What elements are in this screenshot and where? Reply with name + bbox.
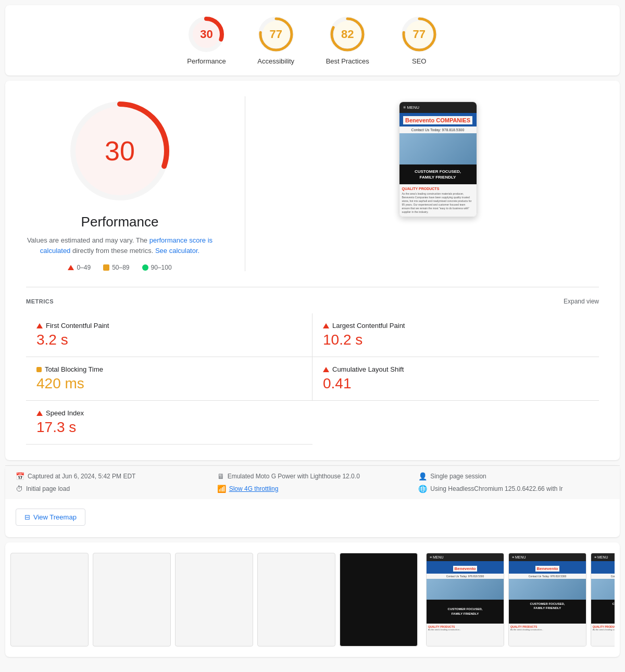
filmstrip-frame-3 bbox=[175, 553, 253, 646]
monitor-icon: 🖥 bbox=[217, 472, 224, 480]
mini-img-1 bbox=[427, 579, 504, 600]
metrics-grid: First Contentful Paint 3.2 s Largest Con… bbox=[26, 313, 599, 445]
accessibility-score: 77 bbox=[269, 28, 282, 41]
score-seo[interactable]: 77 SEO bbox=[401, 16, 438, 65]
seo-label: SEO bbox=[412, 57, 426, 65]
treemap-icon: ⊟ bbox=[24, 513, 30, 521]
legend-orange: 50–89 bbox=[103, 264, 129, 271]
vertical-divider bbox=[245, 96, 245, 271]
performance-circle: 30 bbox=[188, 16, 225, 53]
mini-banner-text-1: CUSTOMER FOCUSED,FAMILY FRIENDLY bbox=[429, 607, 502, 616]
metric-fcp-name: First Contentful Paint bbox=[46, 322, 109, 329]
filmstrip-frame-4 bbox=[257, 553, 335, 646]
mini-img-2 bbox=[509, 579, 586, 600]
red-triangle-icon bbox=[323, 323, 329, 328]
metric-fcp: First Contentful Paint 3.2 s bbox=[26, 313, 312, 357]
mini-contact-1: Contact Us Today: 978.818.5300 bbox=[427, 574, 504, 579]
score-performance[interactable]: 30 Performance bbox=[187, 16, 226, 65]
mini-logo-2: Benevento bbox=[535, 566, 560, 572]
metric-tbt-value: 420 ms bbox=[36, 375, 302, 392]
legend-orange-label: 50–89 bbox=[112, 264, 129, 271]
metric-lcp-label-row: Largest Contentful Paint bbox=[323, 322, 589, 329]
gauge-section: 30 Performance Values are estimated and … bbox=[26, 96, 214, 271]
mini-quality-2: QUALITY PRODUCTS As the area's leading c… bbox=[509, 624, 586, 646]
mini-banner-2: CUSTOMER FOCUSED,FAMILY FRIENDLY bbox=[509, 600, 586, 624]
info-bar: 📅 Captured at Jun 6, 2024, 5:42 PM EDT 🖥… bbox=[5, 465, 620, 499]
view-treemap-button[interactable]: ⊟ View Treemap bbox=[16, 509, 85, 526]
mini-quality-text-2: As the area's leading construction... bbox=[510, 628, 584, 631]
orange-square-icon bbox=[103, 264, 109, 271]
device-screenshot-section: ≡ MENU Benevento COMPANIES Contact Us To… bbox=[277, 96, 599, 217]
device-contact: Contact Us Today: 978.818.5300 bbox=[399, 126, 477, 133]
metric-empty bbox=[312, 401, 599, 445]
metric-si-value: 17.3 s bbox=[36, 419, 302, 436]
metric-fcp-label-row: First Contentful Paint bbox=[36, 322, 302, 329]
throttling-text[interactable]: Slow 4G throttling bbox=[229, 485, 279, 492]
banner-line2: FAMILY FRIENDLY bbox=[404, 174, 472, 180]
main-panel: 30 Performance Values are estimated and … bbox=[5, 81, 620, 460]
metric-tbt: Total Blocking Time 420 ms bbox=[26, 357, 312, 401]
browser-text: Using HeadlessChromium 125.0.6422.66 wit… bbox=[430, 485, 562, 492]
performance-title: Performance bbox=[81, 214, 159, 230]
wifi-icon: 📶 bbox=[217, 485, 226, 493]
info-panel: 📅 Captured at Jun 6, 2024, 5:42 PM EDT 🖥… bbox=[5, 465, 620, 537]
mini-nav-1: ≡ MENU bbox=[427, 553, 504, 561]
metrics-title: METRICS bbox=[26, 298, 54, 305]
info-device: 🖥 Emulated Moto G Power with Lighthouse … bbox=[217, 472, 408, 480]
person-icon: 👤 bbox=[418, 472, 427, 480]
scores-bar: 30 Performance 77 Accessibility 82 Best … bbox=[5, 5, 620, 75]
performance-score: 30 bbox=[200, 28, 213, 41]
captured-text: Captured at Jun 6, 2024, 5:42 PM EDT bbox=[28, 473, 135, 480]
device-screenshot: ≡ MENU Benevento COMPANIES Contact Us To… bbox=[399, 102, 477, 217]
mini-banner-text-2: CUSTOMER FOCUSED,FAMILY FRIENDLY bbox=[511, 602, 584, 611]
performance-label: Performance bbox=[187, 57, 226, 65]
browser-icon: 🌐 bbox=[418, 485, 427, 493]
seo-circle: 77 bbox=[401, 16, 438, 53]
accessibility-circle: 77 bbox=[257, 16, 295, 53]
metric-si-name: Speed Index bbox=[46, 409, 84, 417]
red-triangle-icon bbox=[323, 367, 329, 372]
calculator-link[interactable]: See calculator. bbox=[155, 247, 199, 255]
mini-quality-1: QUALITY PRODUCTS As the area's leading c… bbox=[427, 624, 504, 646]
mini-img-3 bbox=[591, 579, 615, 600]
treemap-section: ⊟ View Treemap bbox=[5, 499, 620, 537]
mini-contact-3: Contact Us Today: 978.818.5300 bbox=[591, 574, 615, 579]
initial-load-text: Initial page load bbox=[26, 485, 70, 492]
mini-banner-1: CUSTOMER FOCUSED,FAMILY FRIENDLY bbox=[427, 600, 504, 624]
filmstrip-frame-5 bbox=[340, 553, 418, 646]
red-triangle-icon bbox=[68, 265, 74, 270]
calendar-icon: 📅 bbox=[16, 472, 24, 480]
filmstrip-frame-1 bbox=[10, 553, 89, 646]
metric-si: Speed Index 17.3 s bbox=[26, 401, 312, 445]
score-legend: 0–49 50–89 90–100 bbox=[68, 264, 171, 271]
quality-title: QUALITY PRODUCTS bbox=[402, 187, 474, 191]
metrics-section: METRICS Expand view First Contentful Pai… bbox=[26, 287, 599, 445]
filmstrip-frame-7: ≡ MENU Benevento Contact Us Today: 978.8… bbox=[508, 553, 586, 646]
legend-red: 0–49 bbox=[68, 264, 91, 271]
metric-lcp-value: 10.2 s bbox=[323, 332, 589, 348]
metric-fcp-value: 3.2 s bbox=[36, 332, 302, 348]
device-text: Emulated Moto G Power with Lighthouse 12… bbox=[228, 473, 360, 480]
mini-header-2: Benevento bbox=[509, 561, 586, 574]
legend-green-label: 90–100 bbox=[151, 264, 172, 271]
score-best-practices[interactable]: 82 Best Practices bbox=[326, 16, 369, 65]
mini-nav-text-2: ≡ MENU bbox=[512, 555, 526, 559]
mini-logo-1: Benevento bbox=[453, 566, 478, 572]
session-text: Single page session bbox=[430, 473, 486, 480]
metric-cls-name: Cumulative Layout Shift bbox=[332, 365, 404, 373]
best-practices-circle: 82 bbox=[329, 16, 366, 53]
mini-quality-text-1: As the area's leading construction... bbox=[428, 628, 502, 631]
device-banner: CUSTOMER FOCUSED, FAMILY FRIENDLY bbox=[399, 164, 477, 184]
mini-banner-3: CUSTOMER FOCUSED,FAMILY FRIENDLY bbox=[591, 600, 615, 624]
legend-red-label: 0–49 bbox=[77, 264, 91, 271]
orange-square-icon bbox=[36, 367, 42, 372]
mini-nav-text-1: ≡ MENU bbox=[430, 555, 444, 559]
expand-view-button[interactable]: Expand view bbox=[564, 298, 599, 305]
device-image bbox=[399, 133, 477, 164]
score-accessibility[interactable]: 77 Accessibility bbox=[257, 16, 295, 65]
best-practices-label: Best Practices bbox=[326, 57, 369, 65]
red-triangle-icon bbox=[36, 411, 43, 416]
metric-si-label-row: Speed Index bbox=[36, 409, 302, 417]
mini-banner-text-3: CUSTOMER FOCUSED,FAMILY FRIENDLY bbox=[593, 602, 615, 611]
mini-header-3: Benevento bbox=[591, 561, 615, 574]
